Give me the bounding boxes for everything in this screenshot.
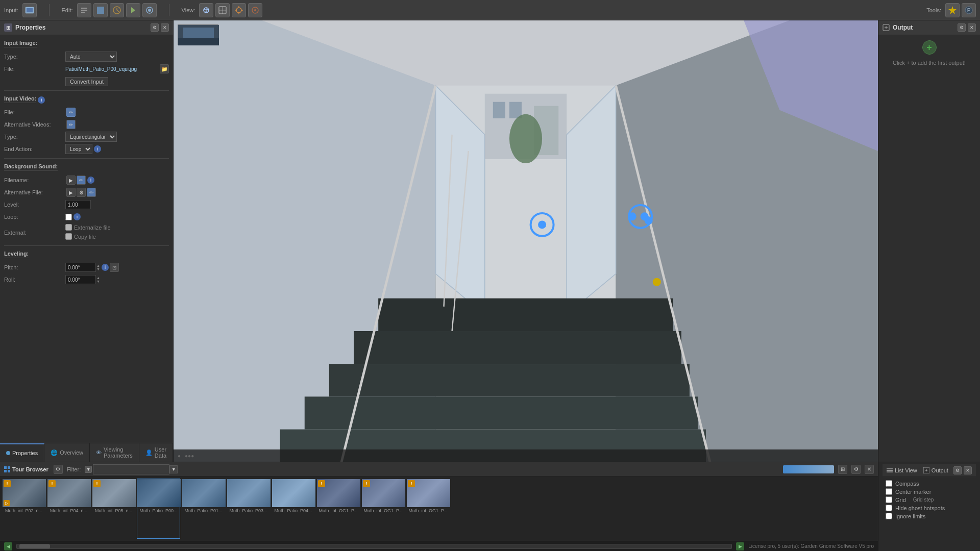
view-btn-2[interactable] xyxy=(215,3,230,17)
input-btn-1[interactable] xyxy=(22,3,37,17)
roll-spinner: ▲ ▼ xyxy=(96,276,100,283)
compass-checkbox[interactable] xyxy=(886,480,892,487)
edit-btn-3[interactable] xyxy=(110,3,124,17)
view-btn-4[interactable] xyxy=(248,3,262,17)
ignore-limits-checkbox[interactable] xyxy=(886,513,892,519)
roll-up-btn[interactable]: ▲ xyxy=(96,276,100,280)
grid-checkbox[interactable] xyxy=(886,496,892,503)
svg-rect-8 xyxy=(101,10,104,14)
convert-row: Convert Input xyxy=(4,76,169,86)
edit-btn-2[interactable] xyxy=(93,3,108,17)
tab-viewing-parameters[interactable]: 👁 Viewing Parameters xyxy=(90,443,139,462)
thumb-item-2[interactable]: ! Muth_int_P05_e... xyxy=(92,479,135,539)
roll-row: Roll: ▲ ▼ xyxy=(4,274,169,285)
svg-point-58 xyxy=(645,216,653,224)
loop-info-icon[interactable]: i xyxy=(74,213,81,220)
end-action-select[interactable]: Loop Stop Next xyxy=(65,144,92,154)
center-viewer[interactable]: ● ●●● xyxy=(174,20,878,462)
edit-btn-5[interactable] xyxy=(142,3,157,17)
alt-file-settings-btn[interactable]: ⚙ xyxy=(77,188,86,197)
file-browse-btn[interactable]: 📁 xyxy=(160,64,169,73)
loop-checkbox[interactable] xyxy=(65,214,72,220)
status-bar: ◀ ▶ License pro, 5 user(s): Garden Gnome… xyxy=(0,541,878,551)
viewer-settings-ctrl-btn-2[interactable]: ✕ xyxy=(964,466,972,474)
grid-view-btn[interactable]: ⊞ xyxy=(838,465,847,474)
thumb-item-0[interactable]: ! ▷ Muth_int_P02_e... xyxy=(2,479,45,539)
bottom-left: Tour Browser ⚙ Filter: ▼ ▼ ⊞ ⚙ ✕ ! ▷ xyxy=(0,462,878,551)
panel-close-btn[interactable]: ✕ xyxy=(161,23,169,32)
edit-btn-4[interactable] xyxy=(126,3,140,17)
scroll-left-btn[interactable]: ◀ xyxy=(4,542,12,550)
output-tab-bottom[interactable]: Output xyxy=(923,467,948,473)
scroll-bar[interactable] xyxy=(16,544,732,549)
thumb-item-3[interactable]: Muth_Patio_P00... xyxy=(137,479,180,539)
list-view-tab[interactable]: List View xyxy=(887,467,917,473)
copy-checkbox[interactable] xyxy=(65,233,72,240)
tab-overview[interactable]: 🌐 Overview xyxy=(44,443,90,462)
svg-rect-61 xyxy=(183,28,214,38)
viewer-settings-ctrl-btn-1[interactable]: ⚙ xyxy=(953,466,962,474)
pitch-input[interactable] xyxy=(65,263,96,272)
thumb-item-5[interactable]: Muth_Patio_P03... xyxy=(227,479,270,539)
output-settings-btn[interactable]: ⚙ xyxy=(958,23,966,32)
tour-browser-settings-btn[interactable]: ⚙ xyxy=(54,465,63,474)
tab-properties-label: Properties xyxy=(12,450,38,456)
pitch-up-btn[interactable]: ▲ xyxy=(96,264,100,267)
thumb-item-8[interactable]: ! Muth_int_OG1_P... xyxy=(361,479,405,539)
browser-close-btn[interactable]: ✕ xyxy=(865,465,874,474)
viewer-image xyxy=(174,20,878,462)
end-action-info-icon[interactable]: i xyxy=(94,145,101,153)
tools-btn-2[interactable]: P xyxy=(962,3,976,17)
pitch-info-icon[interactable]: i xyxy=(102,264,109,271)
filename-play-btn[interactable]: ▶ xyxy=(66,176,76,185)
output-close-btn[interactable]: ✕ xyxy=(968,23,976,32)
type2-select[interactable]: Equirectangular Cube xyxy=(65,132,117,142)
warning-0: ! xyxy=(4,480,11,487)
thumbnails-row: ! ▷ Muth_int_P02_e... ! Muth_int_P04_e..… xyxy=(0,477,878,541)
scroll-right-btn[interactable]: ▶ xyxy=(736,542,744,550)
view-btn-3[interactable] xyxy=(232,3,246,17)
thumb-item-4[interactable]: Muth_Patio_P01... xyxy=(182,479,225,539)
thumb-item-7[interactable]: ! Muth_int_OG1_P... xyxy=(316,479,360,539)
thumb-item-1[interactable]: ! Muth_int_P04_e... xyxy=(47,479,90,539)
tab-user-data[interactable]: 👤 User Data xyxy=(139,443,173,462)
convert-input-btn[interactable]: Convert Input xyxy=(65,77,108,86)
roll-input[interactable] xyxy=(65,275,96,284)
svg-point-21 xyxy=(236,8,241,13)
filename-edit-btn[interactable]: ✏ xyxy=(77,176,86,185)
pitch-reset-btn[interactable]: ⊡ xyxy=(110,263,119,272)
tools-btn-1[interactable] xyxy=(945,3,960,17)
warning-7: ! xyxy=(318,480,325,487)
video-file-btn[interactable]: ✏ xyxy=(66,108,76,117)
svg-rect-37 xyxy=(378,298,673,331)
zoom-slider[interactable] xyxy=(783,465,834,473)
panel-settings-btn[interactable]: ⚙ xyxy=(151,23,159,32)
tab-properties[interactable]: Properties xyxy=(0,443,44,462)
thumb-item-6[interactable]: Muth_Patio_P04... xyxy=(272,479,315,539)
browser-settings-btn[interactable]: ⚙ xyxy=(851,465,861,474)
tab-user-label: User Data xyxy=(155,446,166,459)
filter-dropdown-btn[interactable]: ▼ xyxy=(169,465,178,473)
add-output-btn[interactable]: + xyxy=(922,40,937,55)
roll-down-btn[interactable]: ▼ xyxy=(96,280,100,283)
alt-video-btn[interactable]: ✏ xyxy=(66,120,76,129)
filter-input[interactable] xyxy=(93,464,169,474)
edit-section: Edit: xyxy=(62,3,157,17)
settings-header-controls: ⚙ ✕ xyxy=(953,466,972,474)
pitch-down-btn[interactable]: ▼ xyxy=(96,267,100,271)
externalize-checkbox[interactable] xyxy=(65,224,72,231)
panel-controls: ⚙ ✕ xyxy=(151,23,169,32)
thumb-item-9[interactable]: ! Muth_int_OG1_P... xyxy=(406,479,450,539)
hide-ghost-checkbox[interactable] xyxy=(886,505,892,511)
view-btn-1[interactable] xyxy=(199,3,213,17)
input-video-info-icon[interactable]: i xyxy=(38,96,45,104)
level-input[interactable] xyxy=(65,200,91,209)
type-select[interactable]: Auto Equirectangular Cube xyxy=(65,52,117,62)
edit-btn-1[interactable] xyxy=(77,3,91,17)
center-marker-checkbox[interactable] xyxy=(886,488,892,495)
alt-file-play-btn[interactable]: ▶ xyxy=(66,188,76,197)
mini-preview[interactable] xyxy=(178,24,218,45)
alt-file-edit-btn[interactable]: ✏ xyxy=(87,188,96,197)
filename-label: Filename: xyxy=(4,177,65,183)
filename-info-icon[interactable]: i xyxy=(87,177,94,184)
